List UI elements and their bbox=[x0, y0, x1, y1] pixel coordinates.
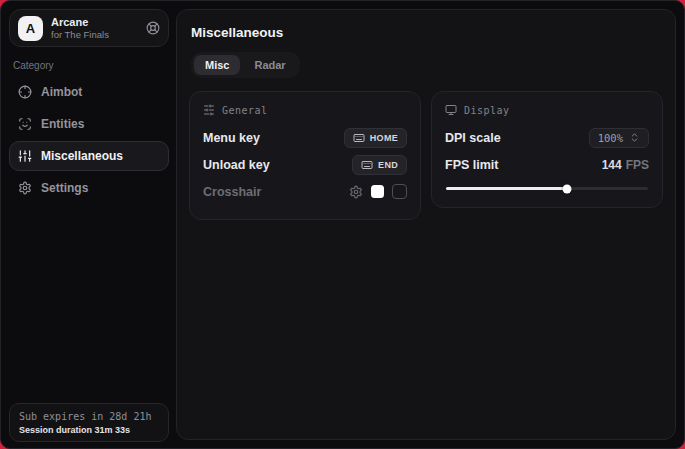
dpi-scale-value: 100% bbox=[598, 132, 623, 144]
unload-key-label: Unload key bbox=[203, 158, 270, 172]
app-window: A Arcane for The Finals Category Aimbot bbox=[0, 0, 685, 449]
subscription-card: Sub expires in 28d 21h Session duration … bbox=[9, 403, 169, 442]
sliders-horizontal-icon bbox=[203, 104, 215, 116]
tab-bar: Misc Radar bbox=[191, 52, 300, 78]
menu-key-value: HOME bbox=[370, 133, 398, 143]
general-card: General Menu key HOME Unload key bbox=[189, 91, 421, 220]
sidebar-item-label: Settings bbox=[41, 181, 88, 195]
dpi-scale-label: DPI scale bbox=[445, 131, 501, 145]
brand-text: Arcane for The Finals bbox=[51, 16, 109, 40]
display-card: Display DPI scale 100% FPS limit bbox=[431, 91, 663, 208]
sliders-vertical-icon bbox=[18, 149, 32, 163]
main-panel: Miscellaneous Misc Radar General Menu ke… bbox=[176, 9, 676, 440]
general-card-title: General bbox=[222, 105, 268, 116]
fps-limit-row: FPS limit 144 FPS bbox=[445, 153, 649, 176]
gear-icon bbox=[18, 181, 32, 195]
crosshair-controls bbox=[349, 184, 407, 199]
brand-card: A Arcane for The Finals bbox=[9, 9, 169, 47]
menu-key-label: Menu key bbox=[203, 131, 260, 145]
sidebar-spacer bbox=[9, 204, 169, 403]
fps-number: 144 bbox=[602, 158, 622, 172]
crosshair-row: Crosshair bbox=[203, 180, 407, 203]
sidebar-item-label: Aimbot bbox=[41, 85, 82, 99]
fps-unit: FPS bbox=[626, 158, 649, 172]
tab-misc[interactable]: Misc bbox=[194, 55, 240, 75]
crosshair-checkbox[interactable] bbox=[392, 184, 407, 199]
sidebar-item-miscellaneous[interactable]: Miscellaneous bbox=[9, 141, 169, 171]
dpi-scale-select[interactable]: 100% bbox=[589, 128, 649, 148]
brand-subtitle: for The Finals bbox=[51, 29, 109, 40]
display-card-header: Display bbox=[445, 104, 649, 116]
brand-logo: A bbox=[18, 16, 43, 41]
session-duration-text: Session duration 31m 33s bbox=[19, 425, 159, 435]
tab-radar[interactable]: Radar bbox=[243, 55, 296, 75]
brand-title: Arcane bbox=[51, 16, 109, 29]
display-card-title: Display bbox=[464, 105, 510, 116]
unload-key-bind-button[interactable]: END bbox=[352, 155, 407, 175]
sidebar-item-entities[interactable]: Entities bbox=[9, 109, 169, 139]
page-title: Miscellaneous bbox=[191, 25, 661, 40]
keyboard-icon bbox=[361, 159, 373, 171]
gear-icon[interactable] bbox=[349, 185, 363, 199]
sub-expiry-text: Sub expires in 28d 21h bbox=[19, 411, 159, 422]
sidebar: A Arcane for The Finals Category Aimbot bbox=[1, 1, 176, 448]
unload-key-value: END bbox=[378, 160, 398, 170]
sidebar-item-settings[interactable]: Settings bbox=[9, 173, 169, 203]
fps-slider-fill bbox=[446, 187, 567, 190]
general-card-header: General bbox=[203, 104, 407, 116]
category-label: Category bbox=[13, 60, 165, 71]
fps-limit-label: FPS limit bbox=[445, 158, 498, 172]
desktop-background: A Arcane for The Finals Category Aimbot bbox=[0, 0, 685, 449]
crosshair-label: Crosshair bbox=[203, 185, 261, 199]
menu-key-bind-button[interactable]: HOME bbox=[344, 128, 407, 148]
menu-key-row: Menu key HOME bbox=[203, 126, 407, 149]
chevrons-up-down-icon bbox=[629, 132, 640, 143]
scan-face-icon bbox=[18, 117, 32, 131]
lifebuoy-icon[interactable] bbox=[146, 21, 160, 35]
crosshair-color-swatch[interactable] bbox=[371, 185, 384, 198]
sidebar-item-aimbot[interactable]: Aimbot bbox=[9, 77, 169, 107]
cards-grid: General Menu key HOME Unload key bbox=[189, 91, 663, 220]
fps-limit-slider[interactable] bbox=[446, 184, 648, 193]
keyboard-icon bbox=[353, 132, 365, 144]
sidebar-item-label: Miscellaneous bbox=[41, 149, 123, 163]
monitor-icon bbox=[445, 104, 457, 116]
sidebar-item-label: Entities bbox=[41, 117, 84, 131]
fps-limit-value: 144 FPS bbox=[602, 158, 649, 172]
dpi-scale-row: DPI scale 100% bbox=[445, 126, 649, 149]
unload-key-row: Unload key END bbox=[203, 153, 407, 176]
crosshair-icon bbox=[18, 85, 32, 99]
fps-slider-thumb[interactable] bbox=[563, 184, 572, 193]
